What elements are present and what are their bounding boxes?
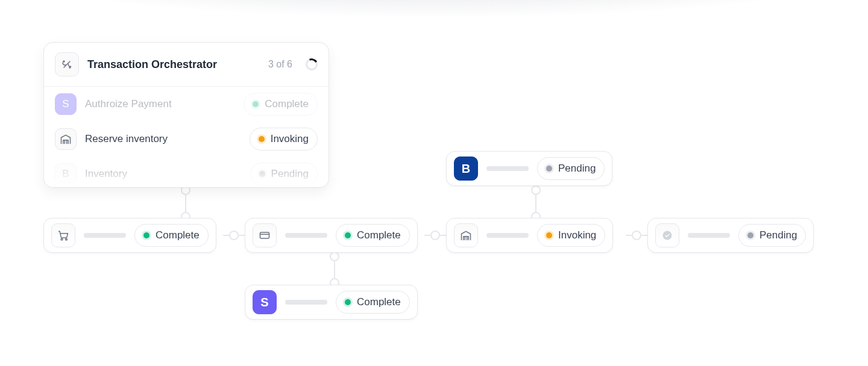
list-item[interactable]: S Authroize Payment Complete	[44, 87, 329, 122]
flow-node-check[interactable]: Pending	[647, 218, 814, 253]
flow-node-label-placeholder	[688, 233, 730, 238]
flow-node-label-placeholder	[285, 300, 327, 305]
tools-icon	[55, 52, 79, 76]
flow-node-s[interactable]: S Complete	[245, 285, 418, 320]
status-dot	[546, 232, 552, 238]
status-pill: Invoking	[250, 128, 318, 150]
flow-node-label-placeholder	[486, 166, 529, 171]
flow-node-card[interactable]: Complete	[245, 218, 418, 253]
list-item-label: Authroize Payment	[85, 98, 172, 110]
status-text: Pending	[271, 168, 309, 180]
status-dot	[259, 136, 265, 142]
warehouse-icon	[55, 128, 77, 150]
check-circle-icon	[655, 223, 679, 247]
status-dot	[345, 232, 351, 238]
flow-node-label-placeholder	[486, 233, 529, 238]
warehouse-icon	[454, 223, 478, 247]
status-pill: Pending	[250, 163, 318, 185]
letter-b-icon: B	[454, 157, 478, 181]
orchestrator-title: Transaction Orchestrator	[87, 58, 260, 71]
connector-node-3-4	[632, 231, 641, 240]
status-pill: Complete	[336, 291, 410, 314]
status-dot	[259, 171, 265, 177]
svg-point-1	[66, 238, 68, 240]
status-pill: Complete	[244, 93, 318, 116]
status-text: Complete	[156, 229, 200, 241]
flow-node-cart[interactable]: Complete	[43, 218, 216, 253]
flow-node-warehouse[interactable]: Invoking	[446, 218, 613, 253]
connector-node-n3-top-a	[531, 185, 541, 195]
list-item[interactable]: Reserve inventory Invoking	[44, 122, 329, 157]
letter-s-icon: S	[253, 290, 277, 314]
cart-icon	[51, 223, 75, 247]
status-text: Complete	[265, 98, 309, 110]
status-dot	[253, 101, 259, 107]
status-pill: Complete	[336, 224, 410, 247]
status-pill: Pending	[537, 157, 605, 180]
status-dot	[143, 232, 149, 238]
list-item-label: Reserve inventory	[85, 133, 168, 145]
status-text: Invoking	[271, 133, 309, 145]
credit-card-icon	[253, 223, 277, 247]
status-text: Pending	[760, 229, 797, 241]
list-item-label: Inventory	[85, 168, 127, 180]
svg-rect-2	[260, 232, 269, 238]
status-text: Pending	[558, 163, 596, 175]
orchestrator-header: Transaction Orchestrator 3 of 6	[44, 43, 329, 87]
status-pill: Invoking	[537, 224, 605, 247]
status-pill: Complete	[134, 224, 209, 247]
letter-b-icon: B	[55, 163, 77, 185]
orchestrator-progress: 3 of 6	[268, 59, 292, 70]
status-text: Invoking	[558, 229, 596, 241]
status-dot	[345, 299, 351, 305]
orchestrator-list: S Authroize Payment Complete Reserve inv…	[44, 87, 329, 187]
svg-point-3	[663, 231, 672, 240]
svg-point-5	[69, 67, 71, 68]
status-dot	[747, 232, 753, 238]
connector-node-1-2	[229, 231, 239, 240]
flow-node-b[interactable]: B Pending	[446, 151, 612, 186]
flow-node-label-placeholder	[84, 233, 126, 238]
spinner-icon	[304, 57, 319, 72]
svg-point-4	[63, 61, 64, 62]
status-dot	[546, 166, 552, 172]
flow-node-label-placeholder	[285, 233, 327, 238]
list-item[interactable]: B Inventory Pending	[44, 157, 329, 187]
status-text: Complete	[357, 229, 401, 241]
svg-point-0	[61, 238, 63, 240]
status-pill: Pending	[738, 224, 806, 247]
orchestrator-panel[interactable]: Transaction Orchestrator 3 of 6 S Authro…	[43, 42, 329, 188]
connector-node-2-3	[430, 231, 440, 240]
letter-s-icon: S	[55, 93, 77, 115]
status-text: Complete	[357, 296, 401, 308]
connector-node-n2-bot-a	[330, 252, 339, 261]
